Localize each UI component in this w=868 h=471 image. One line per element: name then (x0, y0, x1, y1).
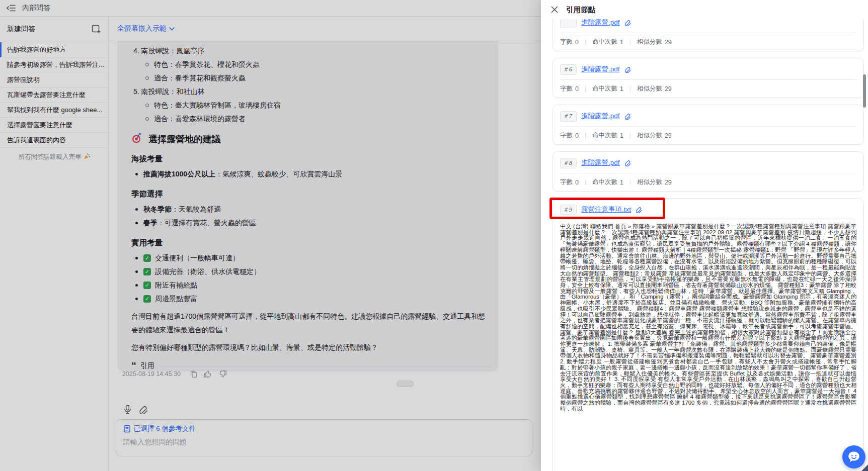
divider (162, 366, 492, 366)
bullet-icon (135, 270, 138, 273)
section-title-row: 選擇露營地的建議 (131, 133, 492, 146)
citation-stats: 字數0 命中次數1 相似分數29 (560, 80, 856, 98)
citation-label: 引用 (140, 361, 154, 370)
fullscreen-demo-link[interactable]: 全螢幕嵌入示範 (117, 24, 175, 33)
message-paragraph: 您有特別偏好哪種類型的露營環境嗎？比如山景、海景、或是特定的活動體驗？ (131, 341, 492, 354)
hollow-bullet-icon (145, 104, 149, 107)
question-input[interactable]: 請輸入您想問的問題 (123, 438, 525, 447)
bullet-icon (135, 222, 138, 224)
bullet-icon (135, 257, 138, 259)
thumbs-down-icon[interactable] (218, 370, 227, 378)
list-subitem: 適合：春季賞花和觀察螢火蟲 (145, 71, 492, 85)
close-icon[interactable] (551, 6, 558, 13)
panel-scrollbar-thumb[interactable] (863, 74, 866, 108)
citation-file-link[interactable]: 進階露營.pdf (581, 65, 620, 74)
list-item: 5. 南投蟬說：和社山林 (133, 85, 492, 99)
citation-card: 進階露營.pdf 字數0 命中次數1 相似分數29 (553, 19, 864, 51)
citation-file-link[interactable]: 進階露營.pdf (581, 19, 620, 27)
sidebar-item-beginner-camping[interactable]: 請參考初級露營，告訴我露營注... (0, 57, 108, 72)
page-section-title: 選擇露營地的建議 (148, 133, 221, 145)
sidebar-item-choose-campground[interactable]: 選擇露營區要注意什麼 (0, 118, 108, 133)
bullet-item: 春季：可選擇有賞花、螢火蟲的營區 (135, 216, 492, 230)
copy-icon[interactable] (190, 370, 198, 378)
citation-file-link[interactable]: 進階露營.pdf (581, 158, 620, 167)
citation-card-highlighted: # 9 露營注意事項.txt 中文 (台灣) 聯絡我們 首頁 » 部落格 » 露… (553, 198, 864, 471)
bullet-icon (135, 208, 138, 211)
quote-icon: “ (131, 363, 136, 369)
selected-docs-row[interactable]: 已選擇 6 個參考文件 (123, 424, 525, 433)
citation-cards-list: 進階露營.pdf 字數0 命中次數1 相似分數29 # 6 進階露營.pd (541, 19, 868, 471)
attach-file-icon[interactable] (139, 405, 148, 414)
citation-index-badge (560, 19, 577, 28)
reference-docs-icon (123, 425, 131, 433)
chat-assistant-button[interactable] (842, 445, 865, 468)
list-subitem: 特色：春季賞茶花、櫻花和螢火蟲 (145, 58, 492, 71)
citation-panel-header: 引用節點 (541, 0, 868, 19)
citation-index-badge: # 8 (560, 158, 577, 168)
thumbs-up-icon[interactable] (204, 370, 212, 378)
link-paperclip-icon (624, 66, 631, 73)
message-paragraph: 台灣目前有超過1700個露營營區可選擇，從平地到高山都有不同特色。建議您根據自己… (131, 310, 492, 337)
message-footer: 2025-08-19 14:45:30 (122, 370, 227, 378)
link-paperclip-icon (624, 113, 631, 120)
sidebar-item-google-sheet[interactable]: 幫我找到我有什麼 google shee... (0, 103, 108, 118)
sidebar: 新建問答 告訴我露營的好地方 請參考初級露營，告訴我露營注... 露營區說明 瓦… (0, 17, 109, 471)
green-check-icon: ✓ (143, 254, 151, 262)
check-item: ✓ 設備完善（衛浴、供水供電穩定） (135, 265, 492, 278)
divider (560, 220, 856, 220)
microphone-icon[interactable] (123, 405, 132, 414)
citation-divider-row: “ 引用 (131, 361, 492, 370)
assistant-message-bubble: 4. 南投蟬說：鳳凰亭序 特色：春季賞茶花、櫻花和螢火蟲 適合：春季賞花和觀察螢… (117, 41, 498, 371)
app-header: 內部問答 (0, 0, 541, 17)
subsection-heading: 海拔考量 (131, 154, 492, 164)
hollow-bullet-icon (145, 63, 149, 66)
link-paperclip-icon (636, 206, 642, 213)
citation-stats: 字數0 命中次數1 相似分數29 (560, 173, 856, 191)
bullet-icon (135, 173, 138, 175)
collapse-sidebar-icon[interactable] (7, 4, 16, 12)
sidebar-item-camping-spots[interactable]: 告訴我露營的好地方 (0, 42, 108, 57)
timestamp: 2025-08-19 14:45:30 (122, 370, 181, 378)
hollow-bullet-icon (145, 117, 149, 121)
panel-drag-handle[interactable] (397, 381, 414, 387)
resize-corner-icon (861, 464, 868, 471)
citation-file-link[interactable]: 進階露營.pdf (581, 112, 620, 121)
subsection-heading: 實用考量 (131, 238, 492, 248)
citation-index-badge: # 6 (560, 64, 577, 75)
check-item: ✓ 交通便利（一般轎車可達） (135, 251, 492, 265)
citation-panel-title: 引用節點 (566, 5, 595, 15)
composer-toolbar (123, 405, 148, 414)
sidebar-item-gas-canister[interactable]: 瓦斯罐帶去露營要注意什麼 (0, 87, 108, 103)
citation-card: # 8 進階露營.pdf 字數0 命中次數1 相似分數29 (553, 151, 864, 192)
party-popper-icon (84, 153, 90, 161)
subsection-heading: 季節選擇 (131, 189, 492, 200)
app-title: 內部問答 (22, 4, 50, 13)
sidebar-item-campground-info[interactable]: 露營區說明 (0, 72, 108, 87)
link-paperclip-icon (624, 19, 631, 26)
list-item: 4. 南投蟬說：鳳凰亭序 (133, 44, 492, 58)
bullet-icon (135, 298, 138, 300)
sidebar-item-content-inside[interactable]: 告訴我這裏面的內容 (0, 133, 108, 148)
check-item: ✓ 周邊景點豐富 (135, 292, 492, 306)
green-check-icon: ✓ (143, 268, 151, 275)
app-window: 內部問答 新建問答 告訴我露營的好地方 請參考初級露營，告訴我露營注... 露營… (0, 0, 868, 471)
citation-card: # 6 進階露營.pdf 字數0 命中次數1 相似分數29 (553, 58, 864, 98)
citation-index-badge: # 7 (560, 111, 577, 122)
hollow-bullet-icon (145, 76, 149, 80)
composer[interactable]: 已選擇 6 個參考文件 請輸入您想問的問題 (116, 419, 532, 456)
bullet-icon (135, 284, 138, 287)
new-chat-row[interactable]: 新建問答 (0, 17, 108, 42)
bullet-item: 推薦海拔1000公尺以上：氣候涼爽、蚊蟲較少、可欣賞雲海山景 (135, 167, 492, 181)
citation-stats: 字數0 命中次數1 相似分數29 (560, 127, 856, 144)
citation-file-link[interactable]: 露營注意事項.txt (581, 205, 631, 214)
chevron-down-icon (169, 27, 175, 31)
link-paperclip-icon (624, 159, 631, 166)
main-content: 全螢幕嵌入示範 4. 南投蟬說：鳳凰亭序 特色：春季賞茶花、櫻花和螢火蟲 適合：… (109, 17, 541, 471)
list-subitem: 適合：喜愛森林環境的露營者 (145, 112, 492, 126)
citation-panel: 引用節點 進階露營.pdf 字數0 命中次數1 相似分數29 (541, 0, 868, 471)
citation-stats: 字數0 命中次數1 相似分數29 (560, 33, 856, 51)
citation-card: # 7 進階露營.pdf 字數0 命中次數1 相似分數29 (553, 105, 864, 145)
new-chat-icon[interactable] (92, 25, 101, 34)
list-subitem: 特色：臺大實驗林管制區，玻璃樓房住宿 (145, 99, 492, 112)
bullet-item: 秋冬季節：天氣較為舒適 (135, 203, 492, 216)
